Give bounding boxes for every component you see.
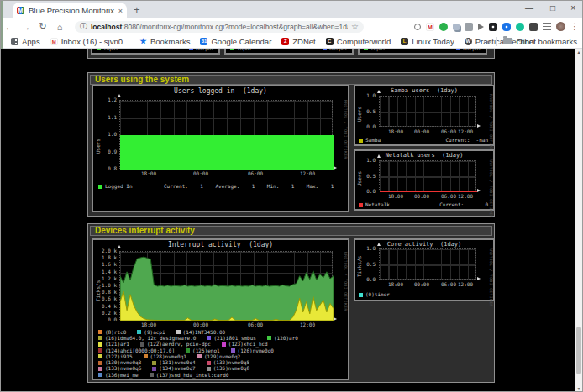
legend-swatch (231, 348, 235, 353)
x-axis-arrow (477, 189, 481, 192)
x-tick: 00:00 (188, 171, 213, 176)
gmail-extension-icon[interactable]: M (426, 23, 434, 31)
x-tick: 00:00 (412, 129, 432, 134)
bookmarks-apps[interactable]: Apps (11, 37, 40, 46)
page-info-icon[interactable]: ⓘ (80, 21, 87, 32)
legend-swatch (267, 336, 271, 340)
network-graph-partial[interactable]: Input Output (358, 49, 487, 55)
legend-label: (125)eno1 (192, 348, 220, 353)
bookmark-star-icon[interactable]: ☆ (351, 22, 359, 31)
section-header: Users using the system (90, 75, 492, 85)
tab-strip: M Blue Precision Monitorix × + — □ × (1, 1, 582, 18)
legend-label: (128)nvme0q1 (150, 354, 186, 359)
wordpress-icon: W (465, 38, 472, 45)
section-interrupts: Devices interrupt activity Interrupt act… (87, 223, 495, 383)
calendar-icon: 31 (200, 38, 207, 45)
bookmark-bookmarks[interactable]: ★ Bookmarks (139, 37, 191, 46)
new-tab-button[interactable]: + (134, 3, 140, 16)
interrupt-legend-item: (136)mei_me (98, 373, 139, 378)
output-legend-label: Output (463, 49, 481, 51)
y-tick: 1.0 (360, 158, 376, 163)
output-legend-swatch (323, 49, 327, 50)
monitorix-favicon: M (17, 7, 24, 14)
grammarly-extension-icon[interactable] (516, 23, 524, 31)
rrd-watermark: RRDTOOL / TOBI OETIKER (344, 252, 348, 311)
y-tick: 1.1 (98, 115, 117, 120)
window-maximize-button[interactable]: □ (550, 3, 555, 13)
bookmark-inbox[interactable]: M Inbox (16) - sjvn0... (50, 37, 129, 46)
interrupt-legend-item: (9)acpi (137, 330, 165, 335)
copy-pages-extension-icon[interactable] (453, 24, 460, 30)
address-bar[interactable]: ⓘ localhost :8080/monitorix-cgi/monitori… (75, 21, 364, 33)
network-graph-partial[interactable]: Input Output (91, 49, 220, 55)
search-extension-icon[interactable] (414, 24, 421, 30)
legend-swatch (140, 342, 144, 347)
green-extension-icon[interactable] (439, 23, 448, 31)
scroll-down-arrow[interactable]: ▼ (575, 385, 582, 392)
legend-swatch (98, 348, 102, 353)
legend-label: (130)nvme0q3 (105, 360, 141, 365)
gray-extension-icon[interactable] (465, 23, 473, 31)
page-scrollbar[interactable]: ▲ ▼ (575, 49, 582, 392)
tab-close-icon[interactable]: × (118, 7, 123, 15)
x-tick: 12:00 (295, 322, 320, 327)
cutoff-section: Input Output Input Output Input Output (87, 49, 495, 59)
legend-swatch (98, 330, 102, 334)
legend-label: (132)nvme0q5 (213, 360, 249, 365)
legend-swatch (359, 139, 363, 143)
y-tick: 0.0 (360, 124, 376, 129)
legend-swatch (359, 203, 363, 207)
input-legend-label: Input (103, 49, 118, 51)
x-tick: 18:00 (386, 282, 406, 287)
graph-legend: (0)timer (359, 292, 390, 297)
legend-swatch (150, 373, 154, 377)
bookmark-linux-today[interactable]: L Linux Today (401, 37, 454, 46)
bookmark-label: Inbox (16) - sjvn0... (61, 37, 129, 46)
bookmark-google-calendar[interactable]: 31 Google Calendar (200, 37, 271, 46)
other-bookmarks-button[interactable]: Other bookmarks (516, 37, 577, 46)
bookmark-computerworld[interactable]: C Computerworld (326, 37, 391, 46)
graph-users-logged-in[interactable]: Users logged in (1day) RRDTOOL / TOBI OE… (92, 85, 349, 212)
bookmark-zdnet[interactable]: Z ZDNet (281, 37, 315, 46)
bookmarks-overflow-chevron[interactable]: » (486, 37, 491, 46)
reload-button[interactable]: ↻ (34, 21, 51, 32)
graph-core-activity[interactable]: Core activity (1day) RRDTOOL / TOBI OETI… (354, 238, 495, 301)
legend-label: (14)INT3450:00 (183, 330, 226, 335)
graph-legend: Logged In (98, 184, 133, 189)
blue-extension-icon[interactable] (502, 23, 511, 31)
profile-avatar[interactable] (556, 22, 565, 31)
url-host: localhost (91, 23, 122, 31)
input-legend-swatch (97, 49, 101, 50)
divider (496, 37, 497, 46)
graph-samba-users[interactable]: Samba users (1day) RRDTOOL / TOBI OETIKE… (354, 85, 495, 146)
interrupt-legend-item: (21)i801_smbus (207, 336, 256, 341)
interrupt-legend-item: (127)i915 (98, 354, 133, 359)
graph-netatalk-users[interactable]: Netatalk users (1day) RRDTOOL / TOBI OET… (354, 149, 495, 211)
rrd-watermark: RRDTOOL / TOBI OETIKER (489, 248, 493, 307)
linuxtoday-icon: L (401, 38, 408, 45)
graph-interrupt-activity[interactable]: Interrupt activity (1day) RRDTOOL / TOBI… (92, 238, 349, 380)
x-tick: 18:00 (386, 129, 406, 134)
folder-icon (503, 38, 512, 44)
speaker-extension-icon[interactable] (478, 24, 484, 30)
dark-square-extension-icon[interactable] (489, 23, 497, 31)
legend-swatch (98, 342, 102, 347)
interrupt-legend-item: (132)nvme0q5 (207, 360, 249, 365)
forward-button[interactable]: → (18, 22, 34, 32)
graph-title: Users logged in (1day) (93, 87, 348, 95)
window-close-button[interactable]: × (570, 3, 575, 13)
home-button[interactable]: ⌂ (51, 22, 68, 32)
scroll-up-arrow[interactable]: ▲ (575, 49, 582, 56)
y-tick: 2.0 k (98, 248, 117, 253)
x-tick: 12:00 (455, 129, 475, 134)
network-graph-partial[interactable]: Input Output (224, 49, 354, 55)
browser-tab[interactable]: M Blue Precision Monitorix × (13, 3, 127, 18)
window-minimize-button[interactable]: — (525, 3, 533, 13)
browser-menu-kebab-icon[interactable]: ⋮ (570, 22, 579, 31)
scrollbar-thumb[interactable] (576, 327, 581, 374)
playlist-extension-icon[interactable] (543, 23, 551, 31)
puzzle-extensions-icon[interactable] (529, 23, 538, 31)
interrupt-legend-item: (126)nvme0q0 (231, 348, 274, 353)
back-button[interactable]: ← (1, 22, 18, 32)
interrupt-legend-item: (130)nvme0q3 (98, 360, 141, 365)
